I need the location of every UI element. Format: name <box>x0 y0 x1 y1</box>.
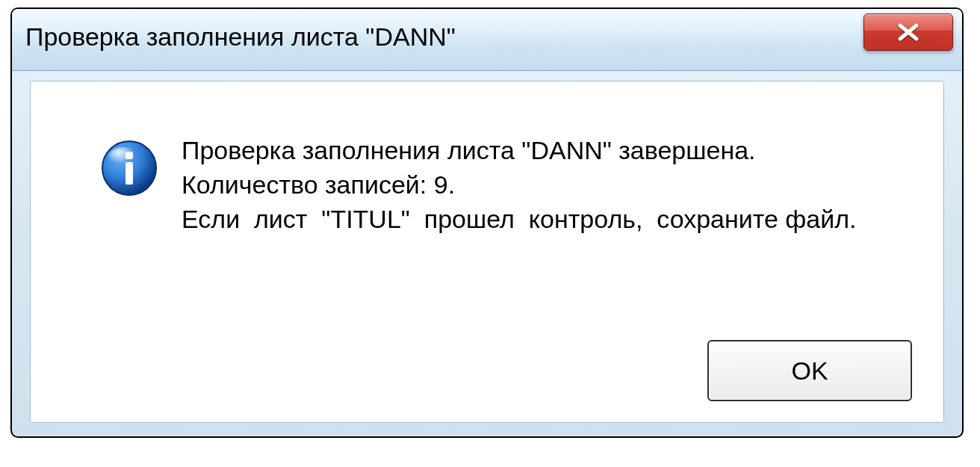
titlebar: Проверка заполнения листа "DANN" <box>12 9 962 71</box>
dialog-content: Проверка заполнения листа "DANN" заверше… <box>30 81 944 423</box>
svg-rect-2 <box>125 152 133 159</box>
ok-button-label: OK <box>791 356 828 386</box>
message-line-3: Если лист "TITUL" прошел контроль, сохра… <box>182 202 857 237</box>
ok-button[interactable]: OK <box>707 340 912 401</box>
message-text: Проверка заполнения листа "DANN" заверше… <box>182 134 857 237</box>
message-row: Проверка заполнения листа "DANN" заверше… <box>99 134 914 237</box>
info-icon <box>99 138 159 198</box>
dialog-title: Проверка заполнения листа "DANN" <box>25 22 456 52</box>
svg-point-1 <box>108 147 138 168</box>
message-line-2: Количество записей: 9. <box>182 168 857 202</box>
close-icon <box>895 22 922 43</box>
message-line-1: Проверка заполнения листа "DANN" заверше… <box>182 134 857 168</box>
svg-rect-3 <box>125 162 133 185</box>
message-dialog: Проверка заполнения листа "DANN" <box>10 7 964 438</box>
close-button[interactable] <box>863 13 953 51</box>
